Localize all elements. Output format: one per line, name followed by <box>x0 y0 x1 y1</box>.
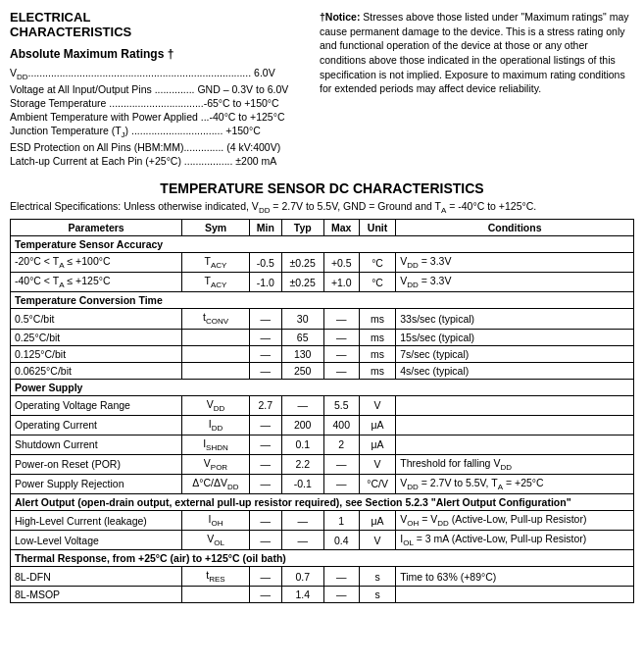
sym-cell: TACY <box>182 273 250 292</box>
unit-cell: μA <box>359 415 395 435</box>
table-row: Power-on Reset (POR) VPOR — 2.2 — V Thre… <box>11 454 634 474</box>
table-row: -40°C < TA ≤ +125°C TACY -1.0 ±0.25 +1.0… <box>11 273 634 292</box>
table-intro: Electrical Specifications: Unless otherw… <box>10 200 634 215</box>
max-cell: 5.5 <box>323 395 359 415</box>
section-power: Power Supply <box>11 379 634 395</box>
cond-cell: Threshold for falling VDD <box>396 454 634 474</box>
typ-cell: 200 <box>281 415 323 435</box>
col-parameters: Parameters <box>11 220 182 236</box>
param-cell: 8L-MSOP <box>11 587 182 603</box>
min-cell: — <box>249 435 281 454</box>
param-cell: 0.0625°C/bit <box>11 362 182 379</box>
section-power-label: Power Supply <box>11 379 634 395</box>
min-cell: — <box>249 567 281 587</box>
unit-cell: °C <box>359 253 395 273</box>
max-cell: — <box>323 362 359 379</box>
min-cell: -1.0 <box>249 273 281 292</box>
sym-cell: ISHDN <box>182 435 250 454</box>
sym-cell: TACY <box>182 253 250 273</box>
param-cell: Shutdown Current <box>11 435 182 454</box>
cond-cell: 33s/sec (typical) <box>396 309 634 329</box>
max-cell: — <box>323 587 359 603</box>
section-alert-label: Alert Output (open-drain output, externa… <box>11 494 634 511</box>
col-typ: Typ <box>281 220 323 236</box>
unit-cell: s <box>359 567 395 587</box>
typ-cell: 1.4 <box>281 587 323 603</box>
cond-cell: 7s/sec (typical) <box>396 345 634 362</box>
param-cell: Power-on Reset (POR) <box>11 454 182 474</box>
min-cell: — <box>249 329 281 345</box>
param-cell: Operating Current <box>11 415 182 435</box>
col-conditions: Conditions <box>396 220 634 236</box>
main-title: ELECTRICALCHARACTERISTICS <box>10 10 304 39</box>
min-cell: — <box>249 345 281 362</box>
col-max: Max <box>323 220 359 236</box>
sym-cell <box>182 362 250 379</box>
col-sym: Sym <box>182 220 250 236</box>
typ-cell: 250 <box>281 362 323 379</box>
section-conversion-label: Temperature Conversion Time <box>11 292 634 309</box>
col-unit: Unit <box>359 220 395 236</box>
section-conversion: Temperature Conversion Time <box>11 292 634 309</box>
page-container: ELECTRICALCHARACTERISTICS Absolute Maxim… <box>10 10 634 603</box>
cond-cell <box>396 587 634 603</box>
table-row: High-Level Current (leakage) IOH — — 1 μ… <box>11 511 634 531</box>
typ-cell: 0.1 <box>281 435 323 454</box>
sym-cell <box>182 587 250 603</box>
typ-cell: ±0.25 <box>281 253 323 273</box>
right-column: †Notice: Stresses above those listed und… <box>320 10 634 169</box>
cond-cell: VDD = 3.3V <box>396 273 634 292</box>
min-cell: — <box>249 587 281 603</box>
abs-item-vdd: VDD.....................................… <box>10 67 304 81</box>
max-cell: — <box>323 567 359 587</box>
section-accuracy-label: Temperature Sensor Accuracy <box>11 236 634 253</box>
max-cell: — <box>323 454 359 474</box>
table-row: Shutdown Current ISHDN — 0.1 2 μA <box>11 435 634 454</box>
max-cell: — <box>323 345 359 362</box>
typ-cell: ±0.25 <box>281 273 323 292</box>
section-thermal: Thermal Response, from +25°C (air) to +1… <box>11 550 634 567</box>
max-cell: 400 <box>323 415 359 435</box>
cond-cell: VDD = 2.7V to 5.5V, TA = +25°C <box>396 474 634 493</box>
param-cell: Power Supply Rejection <box>11 474 182 493</box>
typ-cell: -0.1 <box>281 474 323 493</box>
table-row: Operating Current IDD — 200 400 μA <box>11 415 634 435</box>
unit-cell: s <box>359 587 395 603</box>
sym-cell <box>182 345 250 362</box>
notice-text: Stresses above those listed under "Maxim… <box>320 11 629 94</box>
cond-cell <box>396 415 634 435</box>
notice-box: †Notice: Stresses above those listed und… <box>320 10 634 96</box>
param-cell: 0.25°C/bit <box>11 329 182 345</box>
left-column: ELECTRICALCHARACTERISTICS Absolute Maxim… <box>10 10 304 169</box>
max-cell: 2 <box>323 435 359 454</box>
unit-cell: ms <box>359 309 395 329</box>
unit-cell: V <box>359 531 395 550</box>
abs-item-esd: ESD Protection on All Pins (HBM:MM).....… <box>10 141 304 153</box>
param-cell: High-Level Current (leakage) <box>11 511 182 531</box>
typ-cell: 0.7 <box>281 567 323 587</box>
table-row: 8L-DFN tRES — 0.7 — s Time to 63% (+89°C… <box>11 567 634 587</box>
sym-cell: VOL <box>182 531 250 550</box>
cond-cell: VOH = VDD (Active-Low, Pull-up Resistor) <box>396 511 634 531</box>
cond-cell: 4s/sec (typical) <box>396 362 634 379</box>
sym-cell: IOH <box>182 511 250 531</box>
min-cell: 2.7 <box>249 395 281 415</box>
characteristics-table: Parameters Sym Min Typ Max Unit Conditio… <box>10 219 634 603</box>
param-cell: 8L-DFN <box>11 567 182 587</box>
unit-cell: ms <box>359 329 395 345</box>
abs-max-section: Absolute Maximum Ratings † VDD..........… <box>10 47 304 167</box>
abs-item-storage: Storage Temperature ....................… <box>10 97 304 109</box>
section-thermal-label: Thermal Response, from +25°C (air) to +1… <box>11 550 634 567</box>
section-accuracy: Temperature Sensor Accuracy <box>11 236 634 253</box>
min-cell: — <box>249 531 281 550</box>
max-cell: +0.5 <box>323 253 359 273</box>
unit-cell: °C/V <box>359 474 395 493</box>
param-cell: 0.125°C/bit <box>11 345 182 362</box>
typ-cell: 65 <box>281 329 323 345</box>
col-min: Min <box>249 220 281 236</box>
abs-item-latchup: Latch-up Current at Each Pin (+25°C) ...… <box>10 155 304 167</box>
min-cell: — <box>249 362 281 379</box>
max-cell: 1 <box>323 511 359 531</box>
min-cell: — <box>249 454 281 474</box>
unit-cell: μA <box>359 435 395 454</box>
